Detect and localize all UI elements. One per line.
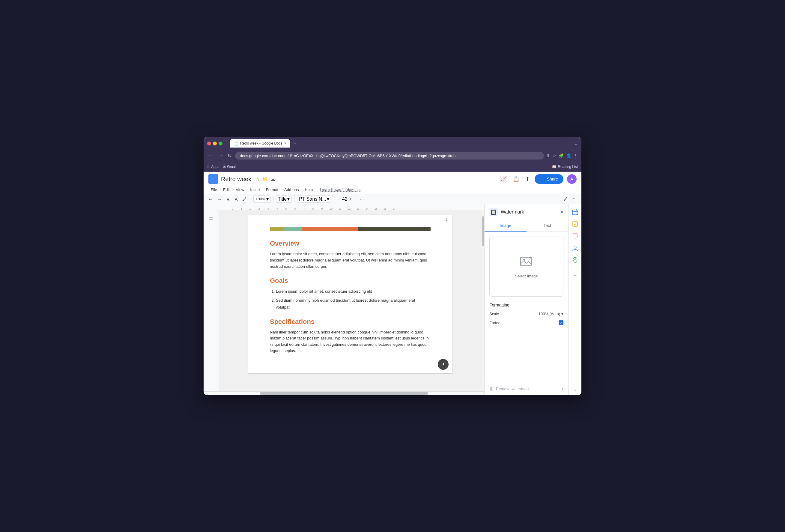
highlight-button[interactable]: 🖊 xyxy=(562,196,569,203)
undo-button[interactable]: ↩ xyxy=(207,196,214,203)
bookmark-apps[interactable]: ⠿ Apps xyxy=(207,164,219,169)
outline-icon[interactable]: ☰ xyxy=(209,216,213,223)
extensions-icon[interactable]: 🧩 xyxy=(559,153,564,158)
font-size-decrease-button[interactable]: − xyxy=(336,196,341,202)
gmail-icon: ✉ xyxy=(223,164,226,169)
forward-button[interactable]: → xyxy=(217,152,224,159)
menu-file[interactable]: File xyxy=(208,186,220,193)
doc-header-right: 📈 📋 ⬆ 👤 Share A xyxy=(499,174,577,184)
panel-footer: 🗑 Remove watermark › xyxy=(485,382,568,395)
folder-icon[interactable]: 📁 xyxy=(262,176,268,182)
overview-text[interactable]: Lorem ipsum dolor sit amet, consectetuer… xyxy=(270,251,431,270)
scale-row: Scale 100% (Auto) ▾ xyxy=(489,311,563,316)
spell-check-button[interactable]: A xyxy=(233,196,239,203)
document-outline-icon[interactable]: 📋 xyxy=(511,175,521,183)
share-button[interactable]: 👤 Share xyxy=(535,174,563,184)
ruler-tick: 6 xyxy=(290,207,300,210)
progress-segment-3 xyxy=(302,227,358,231)
scale-dropdown-icon: ▾ xyxy=(561,311,563,316)
back-button[interactable]: ← xyxy=(207,152,214,159)
docs-logo: ≡ xyxy=(208,174,218,184)
print-button[interactable]: 🖨 xyxy=(224,196,232,203)
maps-sidebar-icon[interactable] xyxy=(570,255,581,265)
tab-text[interactable]: Text xyxy=(527,220,568,231)
menu-view[interactable]: View xyxy=(233,186,247,193)
floating-action-button[interactable]: ✦ xyxy=(438,359,449,370)
specifications-text[interactable]: Nam liber tempor cum soluta nobis eleife… xyxy=(270,329,431,354)
image-upload-area[interactable]: Select Image xyxy=(489,236,563,297)
active-tab[interactable]: 📄 Retro week - Google Docs × xyxy=(230,139,290,148)
expand-button[interactable]: ⌃ xyxy=(571,196,578,203)
bookmark-gmail[interactable]: ✉ Gmail xyxy=(223,164,236,169)
horizontal-scrollbar[interactable] xyxy=(204,391,484,395)
bookmark-icon[interactable]: ☆ xyxy=(552,153,556,158)
page-number: 1 xyxy=(445,218,447,222)
scrollbar-thumb[interactable] xyxy=(482,216,484,246)
address-input[interactable] xyxy=(235,152,544,159)
add-sidebar-icon[interactable]: + xyxy=(570,271,581,281)
last-edit-link[interactable]: Last edit was 11 days ago xyxy=(320,188,362,192)
trending-icon[interactable]: 📈 xyxy=(499,175,508,183)
star-icon[interactable]: ☆ xyxy=(255,176,260,182)
menu-icon[interactable]: ⋮ xyxy=(574,153,578,158)
menu-insert[interactable]: Insert xyxy=(248,186,262,193)
document-title[interactable]: Retro week xyxy=(221,176,251,183)
tab-docs-icon: 📄 xyxy=(233,141,238,146)
faded-row: Faded ✓ xyxy=(489,320,563,325)
refresh-button[interactable]: ↻ xyxy=(226,152,233,160)
ruler-tick: 14 xyxy=(362,207,372,210)
h-scrollbar-thumb[interactable] xyxy=(260,392,428,395)
ruler-tick: 9 xyxy=(318,207,327,210)
contacts-sidebar-icon[interactable] xyxy=(570,243,581,253)
new-tab-button[interactable]: + xyxy=(291,139,299,148)
reading-list-label: Reading List xyxy=(558,164,578,169)
minimize-button[interactable] xyxy=(213,142,217,146)
tab-bar: 📄 Retro week - Google Docs × + xyxy=(230,139,400,148)
style-chevron-icon: ▾ xyxy=(287,196,290,202)
share-page-icon[interactable]: ⬆ xyxy=(546,153,550,158)
menu-addons[interactable]: Add-ons xyxy=(282,186,301,193)
menu-help[interactable]: Help xyxy=(302,186,315,193)
goals-list: Lorem ipsum dolor sit amet, consectetuer… xyxy=(276,288,431,310)
font-select-wrap[interactable]: PT Sans N... ▾ xyxy=(297,195,331,203)
tasks-sidebar-icon[interactable] xyxy=(570,219,581,229)
right-sidebar: + › xyxy=(568,204,581,395)
cloud-icon[interactable]: ☁ xyxy=(271,176,275,182)
faded-checkbox[interactable]: ✓ xyxy=(559,320,563,325)
keep-sidebar-icon[interactable] xyxy=(570,231,581,242)
close-button[interactable] xyxy=(207,142,211,146)
goals-item-2[interactable]: Sed diam nonummy nibh euismod tincidunt … xyxy=(276,297,431,310)
specifications-heading: Specifications xyxy=(270,318,431,326)
calendar-sidebar-icon[interactable] xyxy=(570,207,581,218)
user-avatar[interactable]: A xyxy=(567,174,577,184)
document-scroll-area[interactable]: 1 Overview Lorem ipsum dolor sit amet, c… xyxy=(219,210,482,391)
panel-close-button[interactable]: × xyxy=(560,209,563,215)
svg-point-13 xyxy=(574,259,576,260)
remove-watermark-label: Remove watermark xyxy=(496,386,530,391)
menu-format[interactable]: Format xyxy=(263,186,281,193)
remove-watermark-button[interactable]: 🗑 Remove watermark xyxy=(489,386,530,391)
window-chevron-icon[interactable]: ⌄ xyxy=(574,141,578,146)
font-size-increase-button[interactable]: + xyxy=(348,196,353,202)
goals-item-1[interactable]: Lorem ipsum dolor sit amet, consectetuer… xyxy=(276,288,431,295)
vertical-scrollbar[interactable] xyxy=(482,210,484,391)
move-to-top-icon[interactable]: ⬆ xyxy=(524,175,531,183)
svg-rect-4 xyxy=(573,210,578,215)
profile-icon[interactable]: 👤 xyxy=(566,153,571,158)
faded-checkbox-wrap[interactable]: ✓ xyxy=(559,320,563,325)
tab-image[interactable]: Image xyxy=(485,220,527,231)
sidebar-expand-icon[interactable]: › xyxy=(574,388,576,392)
ruler-tick: -1 xyxy=(236,207,246,210)
style-select-wrap[interactable]: Title ▾ xyxy=(276,195,292,203)
panel-footer-chevron-icon[interactable]: › xyxy=(562,386,563,391)
tab-close-button[interactable]: × xyxy=(284,141,286,146)
redo-button[interactable]: ↪ xyxy=(216,196,223,203)
reading-list-item[interactable]: 📖 Reading List xyxy=(552,164,578,169)
maximize-button[interactable] xyxy=(219,142,223,146)
trash-icon: 🗑 xyxy=(489,386,494,391)
zoom-select-wrap[interactable]: 100% ▾ xyxy=(253,195,271,203)
more-options-button[interactable]: ··· xyxy=(358,196,365,203)
menu-edit[interactable]: Edit xyxy=(221,186,232,193)
format-paint-button[interactable]: 🖊 xyxy=(240,196,248,203)
scale-value[interactable]: 100% (Auto) ▾ xyxy=(538,311,563,316)
